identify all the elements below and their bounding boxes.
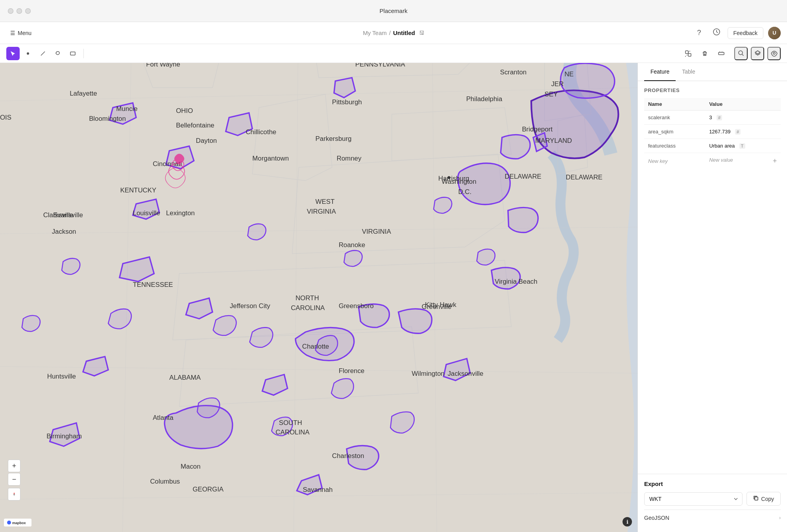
map-area[interactable]: Chicago South Bend Toledo Cleveland Lafa… <box>0 63 637 532</box>
history-button[interactable] <box>710 27 723 39</box>
geojson-chevron-icon: › <box>779 515 781 521</box>
help-icon: ? <box>697 29 701 37</box>
info-icon: ℹ <box>626 519 628 525</box>
geojson-label: GeoJSON <box>644 515 669 521</box>
copy-button[interactable]: Copy <box>746 492 781 506</box>
point-tool[interactable] <box>21 47 35 60</box>
prop-key-featureclass[interactable]: featureclass <box>644 139 705 153</box>
svg-rect-5 <box>719 52 724 55</box>
breadcrumb-title[interactable]: Untitled <box>393 30 415 36</box>
select-tool[interactable] <box>6 47 20 60</box>
toolbar-separator-1 <box>83 49 84 58</box>
type-badge-area: # <box>735 129 741 135</box>
col-value: Value <box>705 98 781 111</box>
delete-button[interactable] <box>698 47 711 60</box>
save-icon[interactable]: 🖫 <box>419 30 424 36</box>
geojson-row[interactable]: GeoJSON › <box>644 510 781 526</box>
menu-label: Menu <box>18 30 31 36</box>
svg-point-1 <box>27 52 29 55</box>
menu-icon: ☰ <box>10 30 15 36</box>
lasso-tool[interactable] <box>51 47 65 60</box>
search-button[interactable] <box>734 47 748 60</box>
tab-feature[interactable]: Feature <box>644 63 676 81</box>
copy-icon <box>753 495 759 502</box>
properties-table: Name Value scalerank 3 # area_sqkm <box>644 98 781 169</box>
layers-button[interactable] <box>751 47 764 60</box>
breadcrumb-separator: / <box>389 30 391 36</box>
svg-point-6 <box>739 51 743 55</box>
svg-point-80 <box>7 521 11 525</box>
prop-key-area[interactable]: area_sqkm <box>644 125 705 139</box>
export-title: Export <box>644 480 781 487</box>
new-key-field[interactable]: New key <box>644 153 705 170</box>
toolbar <box>0 44 787 63</box>
toolbar-right <box>682 47 781 60</box>
add-property-row[interactable]: New key New value + <box>644 153 781 170</box>
breadcrumb: My Team / Untitled 🖫 <box>363 30 424 36</box>
rectangle-tool[interactable] <box>66 47 79 60</box>
zoom-controls: + − <box>8 460 20 501</box>
new-val-field[interactable]: New value + <box>705 153 781 170</box>
prop-val-scalerank: 3 # <box>705 111 781 125</box>
prop-key-scalerank[interactable]: scalerank <box>644 111 705 125</box>
zoom-in-button[interactable]: + <box>8 460 20 472</box>
table-row: area_sqkm 1267.739 # <box>644 125 781 139</box>
history-icon <box>713 28 720 38</box>
visibility-button[interactable] <box>767 47 781 60</box>
mapbox-attribution: mapbox <box>4 519 31 526</box>
info-button[interactable]: ℹ <box>623 517 632 526</box>
map-background <box>0 63 637 532</box>
menu-bar: ☰ Menu My Team / Untitled 🖫 ? Feedback U <box>0 22 787 44</box>
type-badge-scalerank: # <box>717 115 722 120</box>
zoom-out-button[interactable]: − <box>8 473 20 486</box>
type-badge-featureclass: T <box>739 143 745 149</box>
right-panel: Feature Table Properties Name Value scal… <box>637 63 787 532</box>
svg-point-7 <box>773 52 775 54</box>
avatar[interactable]: U <box>768 27 781 39</box>
combine-button[interactable] <box>682 47 695 60</box>
col-name: Name <box>644 98 705 111</box>
copy-label: Copy <box>761 496 774 502</box>
svg-rect-4 <box>688 54 691 56</box>
svg-rect-3 <box>685 51 688 54</box>
traffic-lights <box>8 8 31 14</box>
tab-table[interactable]: Table <box>676 63 701 81</box>
add-property-icon[interactable]: + <box>772 157 777 165</box>
line-tool[interactable] <box>36 47 50 60</box>
menu-button[interactable]: ☰ Menu <box>6 28 35 39</box>
properties-title: Properties <box>644 87 781 93</box>
menu-right: ? Feedback U <box>693 27 781 39</box>
export-section: Export WKT GeoJSON CSV KML Copy <box>638 474 787 532</box>
table-row: scalerank 3 # <box>644 111 781 125</box>
main-layout: Chicago South Bend Toledo Cleveland Lafa… <box>0 63 787 532</box>
prop-val-area: 1267.739 # <box>705 125 781 139</box>
export-row: WKT GeoJSON CSV KML Copy <box>644 492 781 506</box>
app-title: Placemark <box>380 7 408 14</box>
measure-button[interactable] <box>715 47 728 60</box>
breadcrumb-team[interactable]: My Team <box>363 30 387 36</box>
table-row: featureclass Urban area T <box>644 139 781 153</box>
title-bar: Placemark <box>0 0 787 22</box>
svg-text:mapbox: mapbox <box>12 521 26 525</box>
svg-rect-2 <box>70 52 75 55</box>
format-select[interactable]: WKT GeoJSON CSV KML <box>644 492 743 506</box>
maximize-button[interactable] <box>25 8 31 14</box>
properties-section: Properties Name Value scalerank 3 # <box>638 81 787 175</box>
close-button[interactable] <box>8 8 13 14</box>
prop-val-featureclass: Urban area T <box>705 139 781 153</box>
panel-spacer <box>638 175 787 474</box>
panel-tabs: Feature Table <box>638 63 787 81</box>
feedback-button[interactable]: Feedback <box>728 27 763 39</box>
reset-north-button[interactable] <box>8 488 20 501</box>
mapbox-logo[interactable]: mapbox <box>4 519 31 526</box>
minimize-button[interactable] <box>17 8 22 14</box>
help-button[interactable]: ? <box>693 27 706 39</box>
svg-rect-82 <box>755 497 758 500</box>
